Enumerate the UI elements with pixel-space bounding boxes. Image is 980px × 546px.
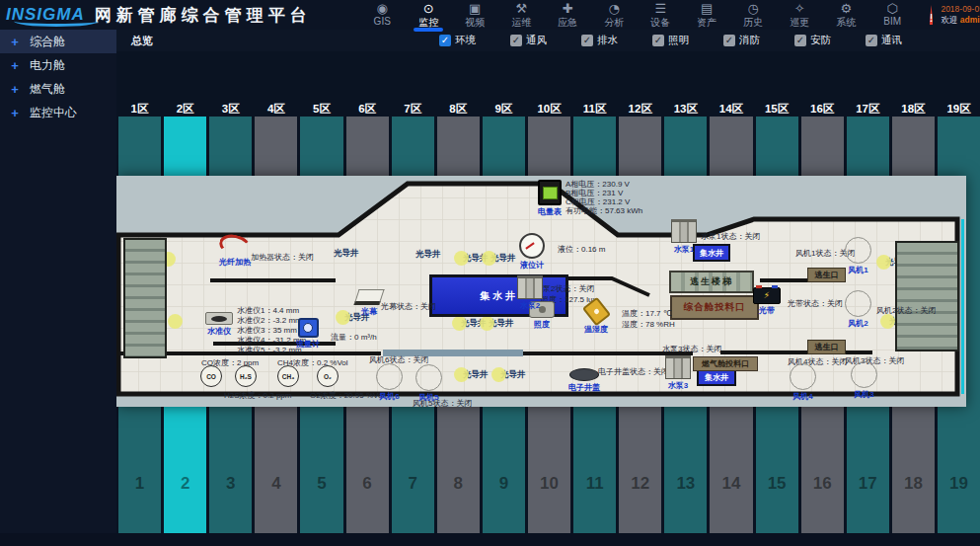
maintenance-icon: ⚒: [515, 2, 527, 15]
layer-toggle-照明[interactable]: ✓照明: [652, 34, 723, 47]
map-reading-text: 光带状态：关闭: [788, 298, 843, 309]
nav-item-巡更[interactable]: ✧巡更: [777, 0, 823, 30]
zone-number: 2: [164, 474, 206, 494]
expand-plus-icon[interactable]: +: [0, 35, 30, 49]
device-fan[interactable]: 风机1: [845, 237, 871, 275]
zone-tab-14[interactable]: 14区: [710, 102, 752, 117]
layer-toggle-通风[interactable]: ✓通风: [510, 34, 581, 47]
light-guide-well[interactable]: 光导井: [482, 251, 516, 266]
zone-tab-3[interactable]: 3区: [209, 102, 252, 117]
device-pump[interactable]: 水泵3: [665, 355, 691, 391]
nav-item-设备[interactable]: ☰设备: [638, 0, 684, 30]
checkbox-icon[interactable]: ✓: [723, 35, 735, 46]
nav-item-视频[interactable]: ▣视频: [452, 0, 498, 30]
device-gas[interactable]: CH₄: [277, 365, 299, 387]
device-manhole[interactable]: 电子井盖: [568, 368, 600, 393]
zone-tab-7[interactable]: 7区: [392, 102, 434, 117]
map-box-逃生口[interactable]: 逃生口: [807, 340, 846, 354]
zone-tab-12[interactable]: 12区: [619, 102, 661, 117]
device-gas[interactable]: CO: [200, 365, 222, 387]
map-box-综合舱投料口[interactable]: 综合舱投料口: [670, 295, 759, 320]
device-power-meter[interactable]: 电量表: [538, 180, 562, 217]
device-fan[interactable]: 风机6: [376, 363, 403, 402]
overview-label: 总览: [131, 34, 153, 48]
zone-tab-17[interactable]: 17区: [847, 102, 889, 117]
layer-toggle-消防[interactable]: ✓消防: [723, 34, 794, 47]
zone-tab-2[interactable]: 2区: [164, 102, 206, 117]
map-box-集水井[interactable]: 集水井: [693, 244, 730, 262]
zone-tab-8[interactable]: 8区: [437, 102, 480, 117]
light-guide-well[interactable]: 光导井: [454, 367, 489, 382]
sidebar-item-电力舱[interactable]: +电力舱: [0, 53, 116, 77]
light-guide-well[interactable]: 光导井: [480, 316, 514, 331]
checkbox-icon[interactable]: ✓: [581, 35, 593, 46]
zone-tab-11[interactable]: 11区: [573, 102, 616, 117]
zone-tab-1[interactable]: 1区: [118, 102, 161, 117]
light-guide-well[interactable]: 光导井: [491, 367, 526, 382]
light-guide-well[interactable]: 光导井: [415, 249, 441, 261]
zone-tab-18[interactable]: 18区: [892, 102, 935, 117]
expand-plus-icon[interactable]: +: [0, 82, 30, 97]
nav-item-资产[interactable]: ▤资产: [684, 0, 730, 30]
nav-item-应急[interactable]: ✚应急: [545, 0, 591, 30]
zone-number: 15: [756, 474, 798, 494]
checkbox-icon[interactable]: ✓: [439, 35, 451, 46]
map-box-燃气舱投料口[interactable]: 燃气舱投料口: [693, 356, 758, 371]
device-temp-hum[interactable]: 温湿度: [584, 300, 608, 335]
checkbox-icon[interactable]: ✓: [866, 35, 877, 46]
layer-toggle-环境[interactable]: ✓环境: [439, 34, 510, 47]
device-label: 流量计: [296, 339, 320, 350]
device-fan[interactable]: 风机2: [845, 290, 871, 329]
zone-tab-19[interactable]: 19区: [938, 102, 980, 117]
device-fan[interactable]: 风机5: [415, 364, 442, 403]
nav-item-运维[interactable]: ⚒运维: [498, 0, 545, 30]
map-box-集水井[interactable]: 集水井: [697, 369, 736, 386]
zone-tab-4[interactable]: 4区: [255, 102, 297, 117]
device-fan[interactable]: 风机3: [851, 361, 877, 400]
layer-toggle-通讯[interactable]: ✓通讯: [866, 34, 937, 47]
nav-item-历史[interactable]: ◷历史: [730, 0, 777, 30]
sidebar-item-综合舱[interactable]: +综合舱: [0, 30, 116, 53]
expand-plus-icon[interactable]: +: [0, 58, 30, 73]
device-gas[interactable]: H₂S: [235, 365, 257, 387]
checkbox-icon[interactable]: ✓: [510, 35, 522, 46]
zone-tab-9[interactable]: 9区: [483, 102, 525, 117]
map-box-逃生口[interactable]: 逃生口: [807, 268, 846, 282]
alarm-warning-icon[interactable]: !: [930, 5, 934, 25]
sidebar-item-监控中心[interactable]: +监控中心: [0, 101, 116, 124]
layer-toggle-安防[interactable]: ✓安防: [794, 34, 866, 47]
device-label: 电量表: [538, 206, 562, 217]
nav-item-监控[interactable]: ⊙监控: [406, 0, 452, 30]
device-gas[interactable]: O₂: [317, 365, 339, 387]
zone-tab-6[interactable]: 6区: [346, 102, 389, 117]
device-flow-meter[interactable]: 流量计: [296, 318, 320, 350]
nav-item-分析[interactable]: ◔分析: [591, 0, 638, 30]
history-icon: ◷: [748, 2, 759, 15]
nav-item-BIM[interactable]: ⬡BIM: [869, 0, 916, 30]
nav-item-系统[interactable]: ⚙系统: [823, 0, 869, 30]
zone-tab-13[interactable]: 13区: [664, 102, 707, 117]
zone-tab-16[interactable]: 16区: [801, 102, 844, 117]
zone-tab-5[interactable]: 5区: [300, 102, 342, 117]
zone-tab-15[interactable]: 15区: [756, 102, 798, 117]
device-pump[interactable]: 水泵1: [671, 219, 697, 255]
device-level-gauge[interactable]: 液位计: [519, 233, 545, 271]
well-circle-icon: [480, 316, 494, 331]
map-reading-text: 电子井盖状态：关闭: [598, 366, 669, 377]
checkbox-icon[interactable]: ✓: [794, 35, 806, 46]
device-fan[interactable]: 风机4: [790, 363, 816, 402]
zone-tab-10[interactable]: 10区: [528, 102, 570, 117]
sidebar-item-燃气舱[interactable]: +燃气舱: [0, 77, 116, 101]
device-light-strip[interactable]: ⚡光带: [753, 287, 781, 316]
device-level-sensor[interactable]: 水准仪: [205, 312, 233, 337]
map-box-逃生楼梯[interactable]: 逃生楼梯: [669, 271, 754, 293]
light-guide-well[interactable]: 光导井: [334, 248, 359, 260]
gas-sensor-icon: O₂: [317, 365, 339, 387]
device-light-curtain[interactable]: 光幕: [356, 289, 382, 317]
device-pump[interactable]: 水泵2: [517, 275, 543, 311]
layer-toggle-排水[interactable]: ✓排水: [581, 34, 652, 47]
checkbox-icon[interactable]: ✓: [652, 35, 664, 46]
device-heater[interactable]: 光纤加热: [219, 235, 251, 268]
expand-plus-icon[interactable]: +: [0, 106, 30, 120]
nav-item-GIS[interactable]: ◉GIS: [359, 0, 406, 30]
